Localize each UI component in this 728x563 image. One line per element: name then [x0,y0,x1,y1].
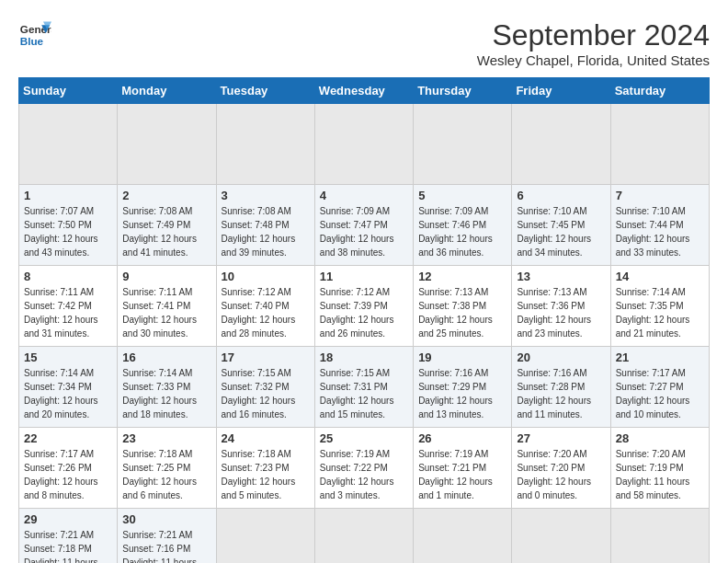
calendar-cell: 26 Sunrise: 7:19 AM Sunset: 7:21 PM Dayl… [414,428,512,509]
day-number: 5 [418,189,506,202]
day-number: 7 [616,189,704,202]
calendar-cell: 11 Sunrise: 7:12 AM Sunset: 7:39 PM Dayl… [314,266,413,347]
daylight-label: Daylight: 11 hours and 56 minutes. [24,557,98,563]
day-number: 8 [24,270,112,283]
daylight-label: Daylight: 12 hours and 0 minutes. [517,477,591,500]
day-number: 10 [222,270,310,283]
sunset-label: Sunset: 7:26 PM [24,463,92,473]
day-number: 30 [122,512,210,526]
daylight-label: Daylight: 12 hours and 41 minutes. [122,234,197,258]
day-number: 12 [418,270,506,283]
sunset-label: Sunset: 7:41 PM [122,301,190,311]
daylight-label: Daylight: 12 hours and 31 minutes. [24,315,98,339]
daylight-label: Daylight: 12 hours and 13 minutes. [418,396,493,419]
calendar-cell: 3 Sunrise: 7:08 AM Sunset: 7:48 PM Dayli… [216,185,314,266]
calendar-cell: 7 Sunrise: 7:10 AM Sunset: 7:44 PM Dayli… [610,185,709,266]
sunset-label: Sunset: 7:31 PM [320,382,388,392]
calendar-cell: 8 Sunrise: 7:11 AM Sunset: 7:42 PM Dayli… [19,266,118,347]
calendar-cell: 9 Sunrise: 7:11 AM Sunset: 7:41 PM Dayli… [118,266,216,347]
sunset-label: Sunset: 7:39 PM [320,301,388,311]
day-info: Sunrise: 7:16 AM Sunset: 7:29 PM Dayligh… [418,366,506,421]
day-number: 26 [418,431,506,445]
daylight-label: Daylight: 12 hours and 11 minutes. [517,396,591,419]
day-info: Sunrise: 7:15 AM Sunset: 7:32 PM Dayligh… [222,366,310,421]
calendar-cell: 6 Sunrise: 7:10 AM Sunset: 7:45 PM Dayli… [512,185,610,266]
day-number: 4 [320,189,408,202]
sunrise-label: Sunrise: 7:10 AM [616,206,686,216]
calendar-cell: 18 Sunrise: 7:15 AM Sunset: 7:31 PM Dayl… [314,347,413,428]
day-number: 23 [122,431,210,445]
day-info: Sunrise: 7:15 AM Sunset: 7:31 PM Dayligh… [320,366,408,421]
calendar-header-row: SundayMondayTuesdayWednesdayThursdayFrid… [19,78,710,104]
sunrise-label: Sunrise: 7:09 AM [320,206,390,216]
calendar-week-3: 15 Sunrise: 7:14 AM Sunset: 7:34 PM Dayl… [19,347,710,428]
day-info: Sunrise: 7:07 AM Sunset: 7:50 PM Dayligh… [24,204,112,259]
day-info: Sunrise: 7:19 AM Sunset: 7:21 PM Dayligh… [418,447,506,502]
day-info: Sunrise: 7:08 AM Sunset: 7:49 PM Dayligh… [122,204,210,259]
sunset-label: Sunset: 7:27 PM [616,382,684,392]
sunrise-label: Sunrise: 7:09 AM [418,206,488,216]
calendar-cell: 13 Sunrise: 7:13 AM Sunset: 7:36 PM Dayl… [512,266,610,347]
calendar-cell: 4 Sunrise: 7:09 AM Sunset: 7:47 PM Dayli… [314,185,413,266]
calendar-cell [414,509,512,564]
daylight-label: Daylight: 12 hours and 43 minutes. [24,234,98,258]
sunrise-label: Sunrise: 7:18 AM [222,449,291,459]
daylight-label: Daylight: 12 hours and 28 minutes. [222,315,296,339]
day-info: Sunrise: 7:09 AM Sunset: 7:47 PM Dayligh… [320,204,408,259]
daylight-label: Daylight: 12 hours and 1 minute. [418,477,493,500]
sunset-label: Sunset: 7:28 PM [517,382,585,392]
sunrise-label: Sunrise: 7:21 AM [24,530,94,540]
daylight-label: Daylight: 12 hours and 20 minutes. [24,396,98,419]
daylight-label: Daylight: 12 hours and 5 minutes. [222,477,296,500]
sunset-label: Sunset: 7:35 PM [616,301,684,311]
daylight-label: Daylight: 12 hours and 18 minutes. [122,396,197,419]
day-number: 17 [222,350,310,364]
day-info: Sunrise: 7:13 AM Sunset: 7:38 PM Dayligh… [418,285,506,340]
daylight-label: Daylight: 12 hours and 38 minutes. [320,234,394,258]
sunrise-label: Sunrise: 7:15 AM [320,368,390,378]
sunrise-label: Sunrise: 7:15 AM [222,368,291,378]
day-number: 16 [122,350,210,364]
day-info: Sunrise: 7:14 AM Sunset: 7:33 PM Dayligh… [122,366,210,421]
day-number: 20 [517,350,605,364]
column-header-sunday: Sunday [19,78,118,104]
sunset-label: Sunset: 7:34 PM [24,382,92,392]
sunrise-label: Sunrise: 7:12 AM [222,287,291,297]
svg-text:Blue: Blue [20,35,44,47]
calendar-week-1: 1 Sunrise: 7:07 AM Sunset: 7:50 PM Dayli… [19,185,710,266]
day-info: Sunrise: 7:19 AM Sunset: 7:22 PM Dayligh… [320,447,408,502]
day-info: Sunrise: 7:10 AM Sunset: 7:45 PM Dayligh… [517,204,605,259]
day-info: Sunrise: 7:16 AM Sunset: 7:28 PM Dayligh… [517,366,605,421]
sunset-label: Sunset: 7:48 PM [222,220,290,230]
sunset-label: Sunset: 7:42 PM [24,301,92,311]
day-number: 14 [616,270,704,283]
sunrise-label: Sunrise: 7:14 AM [24,368,94,378]
day-info: Sunrise: 7:13 AM Sunset: 7:36 PM Dayligh… [517,285,605,340]
calendar-cell [314,104,413,185]
calendar-week-5: 29 Sunrise: 7:21 AM Sunset: 7:18 PM Dayl… [19,509,710,564]
day-info: Sunrise: 7:17 AM Sunset: 7:27 PM Dayligh… [616,366,704,421]
daylight-label: Daylight: 12 hours and 34 minutes. [517,234,591,258]
daylight-label: Daylight: 11 hours and 55 minutes. [122,557,197,563]
day-number: 18 [320,350,408,364]
sunrise-label: Sunrise: 7:17 AM [24,449,94,459]
daylight-label: Daylight: 12 hours and 30 minutes. [122,315,197,339]
sunset-label: Sunset: 7:19 PM [616,463,684,473]
sunset-label: Sunset: 7:46 PM [418,220,486,230]
day-info: Sunrise: 7:14 AM Sunset: 7:34 PM Dayligh… [24,366,112,421]
day-info: Sunrise: 7:11 AM Sunset: 7:41 PM Dayligh… [122,285,210,340]
sunrise-label: Sunrise: 7:18 AM [122,449,192,459]
calendar-table: SundayMondayTuesdayWednesdayThursdayFrid… [18,77,710,563]
sunset-label: Sunset: 7:23 PM [222,463,290,473]
calendar-cell [512,104,610,185]
day-info: Sunrise: 7:14 AM Sunset: 7:35 PM Dayligh… [616,285,704,340]
logo-icon: General Blue [18,18,51,52]
logo: General Blue [18,18,51,52]
day-number: 2 [122,189,210,202]
calendar-cell [610,104,709,185]
day-number: 15 [24,350,112,364]
calendar-cell: 2 Sunrise: 7:08 AM Sunset: 7:49 PM Dayli… [118,185,216,266]
day-info: Sunrise: 7:17 AM Sunset: 7:26 PM Dayligh… [24,447,112,502]
day-info: Sunrise: 7:18 AM Sunset: 7:25 PM Dayligh… [122,447,210,502]
calendar-week-4: 22 Sunrise: 7:17 AM Sunset: 7:26 PM Dayl… [19,428,710,509]
